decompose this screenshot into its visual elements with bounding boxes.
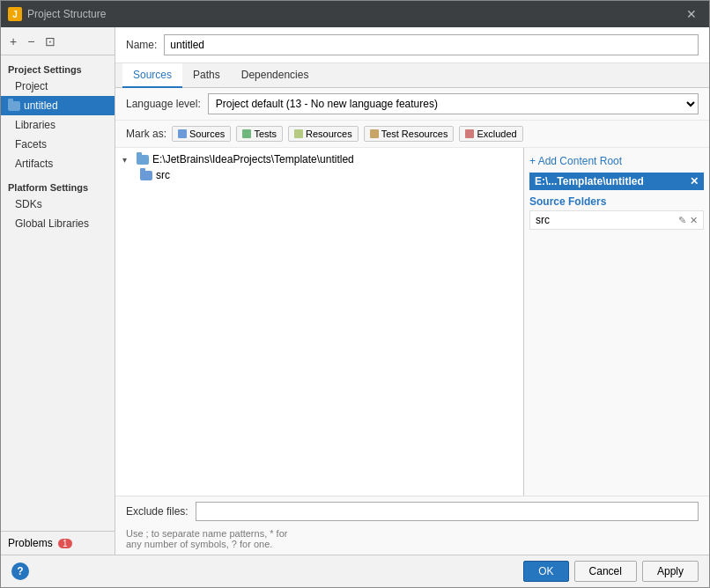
title-bar: J Project Structure ✕ <box>1 1 709 27</box>
source-folder-actions: ✎ ✕ <box>678 215 698 226</box>
problems-label: Problems <box>8 537 53 549</box>
tree-panel: ▾ E:\JetBrains\IdeaProjects\Template\unt… <box>115 148 524 496</box>
sidebar-item-sdks[interactable]: SDKs <box>1 195 115 214</box>
project-settings-heading: Project Settings <box>1 59 115 77</box>
ok-button[interactable]: OK <box>523 561 568 582</box>
close-button[interactable]: ✕ <box>681 5 702 23</box>
source-folder-edit-button[interactable]: ✎ <box>678 215 686 226</box>
cancel-button[interactable]: Cancel <box>574 561 637 582</box>
excluded-dot <box>465 129 474 138</box>
apply-button[interactable]: Apply <box>642 561 699 582</box>
copy-module-button[interactable]: ⊡ <box>41 33 59 49</box>
language-level-select[interactable]: Project default (13 - No new language fe… <box>208 93 699 114</box>
mark-as-sources-button[interactable]: Sources <box>172 126 231 142</box>
add-module-button[interactable]: + <box>6 33 20 49</box>
sidebar-item-facets[interactable]: Facets <box>1 135 115 154</box>
bottom-bar: ? OK Cancel Apply <box>1 555 709 587</box>
exclude-files-label: Exclude files: <box>126 505 189 518</box>
tabs-bar: Sources Paths Dependencies <box>115 63 709 88</box>
source-folder-item: src ✎ ✕ <box>529 210 704 230</box>
sidebar-item-modules[interactable]: untitled <box>1 96 115 115</box>
sources-dot <box>178 129 187 138</box>
name-label: Name: <box>126 39 157 51</box>
remove-module-button[interactable]: − <box>24 33 38 49</box>
project-structure-dialog: J Project Structure ✕ + − ⊡ Project Sett… <box>0 0 710 588</box>
main-content: + − ⊡ Project Settings Project untitled … <box>1 27 709 555</box>
action-buttons: OK Cancel Apply <box>523 561 699 582</box>
right-panel: Name: Sources Paths Dependencies Languag… <box>115 27 709 555</box>
info-panel: + Add Content Root E:\...Template\untitl… <box>524 148 709 496</box>
test-resources-dot <box>370 129 379 138</box>
language-level-row: Language level: Project default (13 - No… <box>115 88 709 121</box>
sidebar-toolbar: + − ⊡ <box>1 27 115 55</box>
sidebar-item-libraries[interactable]: Libraries <box>1 115 115 135</box>
tree-src-label: src <box>156 169 170 181</box>
problems-section[interactable]: Problems 1 <box>1 531 115 555</box>
sidebar-item-project[interactable]: Project <box>1 77 115 96</box>
tab-sources[interactable]: Sources <box>122 63 182 88</box>
tab-paths[interactable]: Paths <box>182 63 231 88</box>
platform-settings-heading: Platform Settings <box>1 173 115 195</box>
content-root-path: E:\...Template\untitled <box>535 175 644 187</box>
folder-icon <box>8 101 20 111</box>
mark-as-test-resources-button[interactable]: Test Resources <box>364 126 455 142</box>
problems-badge: 1 <box>58 539 72 548</box>
help-button[interactable]: ? <box>11 562 29 580</box>
sidebar-item-artifacts[interactable]: Artifacts <box>1 154 115 173</box>
split-content: ▾ E:\JetBrains\IdeaProjects\Template\unt… <box>115 148 709 496</box>
mark-as-label: Mark as: <box>126 128 166 140</box>
exclude-files-hint: Use ; to separate name patterns, * foran… <box>115 526 709 555</box>
content-root-close-button[interactable]: ✕ <box>690 175 699 187</box>
mark-as-resources-button[interactable]: Resources <box>288 126 359 142</box>
tree-root-path: E:\JetBrains\IdeaProjects\Template\untit… <box>152 153 354 165</box>
mark-as-excluded-button[interactable]: Excluded <box>459 126 522 142</box>
sidebar-item-global-libraries[interactable]: Global Libraries <box>1 214 115 233</box>
exclude-files-input[interactable] <box>196 502 699 521</box>
mark-as-tests-button[interactable]: Tests <box>236 126 283 142</box>
language-level-label: Language level: <box>126 98 201 110</box>
add-content-root-button[interactable]: + Add Content Root <box>529 153 704 173</box>
exclude-files-row: Exclude files: <box>115 496 709 526</box>
tab-dependencies[interactable]: Dependencies <box>231 63 320 88</box>
sidebar-navigation: Project Settings Project untitled Librar… <box>1 55 115 233</box>
source-folder-remove-button[interactable]: ✕ <box>690 215 698 226</box>
content-root-header: E:\...Template\untitled ✕ <box>529 173 704 190</box>
root-folder-icon <box>137 155 149 165</box>
dialog-title: Project Structure <box>27 8 681 20</box>
src-folder-icon <box>140 171 152 180</box>
app-icon: J <box>8 7 22 21</box>
tree-root-item[interactable]: ▾ E:\JetBrains\IdeaProjects\Template\unt… <box>119 151 520 167</box>
source-folder-name: src <box>536 214 550 226</box>
add-content-root-label: + Add Content Root <box>529 155 622 167</box>
source-folders-label: Source Folders <box>529 190 704 210</box>
tree-src-item[interactable]: src <box>119 167 520 183</box>
tests-dot <box>242 129 251 138</box>
resources-dot <box>294 129 303 138</box>
name-row: Name: <box>115 27 709 63</box>
name-input[interactable] <box>164 34 699 55</box>
mark-as-row: Mark as: Sources Tests Resources Test Re… <box>115 121 709 148</box>
tree-arrow-icon: ▾ <box>122 155 133 165</box>
sidebar: + − ⊡ Project Settings Project untitled … <box>1 27 115 555</box>
